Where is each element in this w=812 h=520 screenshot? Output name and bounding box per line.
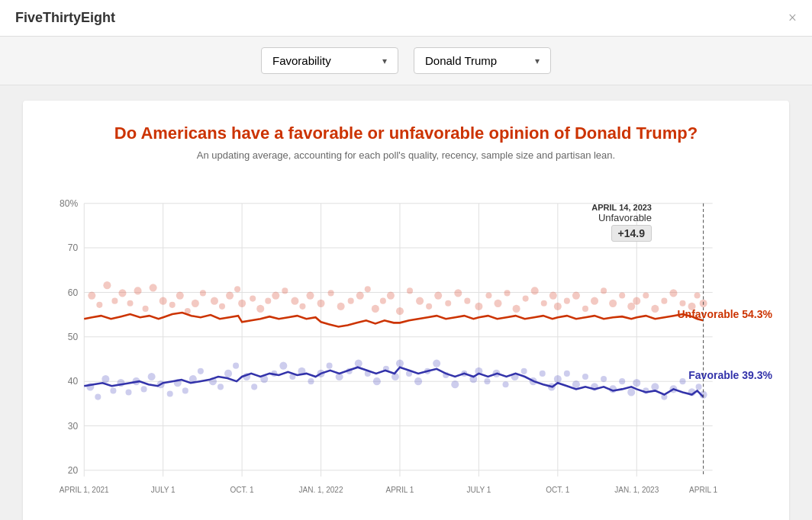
svg-point-47 <box>211 297 218 305</box>
svg-point-165 <box>619 378 625 384</box>
svg-point-54 <box>265 298 271 304</box>
svg-point-63 <box>348 298 354 304</box>
svg-point-49 <box>226 291 234 299</box>
svg-point-107 <box>110 387 116 393</box>
svg-point-65 <box>365 286 371 292</box>
svg-point-167 <box>633 379 640 387</box>
svg-point-111 <box>141 386 147 392</box>
svg-text:80%: 80% <box>60 198 78 209</box>
svg-point-106 <box>102 375 109 383</box>
svg-point-73 <box>434 291 442 299</box>
svg-point-45 <box>192 300 199 307</box>
svg-point-109 <box>125 389 131 395</box>
svg-point-88 <box>572 291 580 299</box>
svg-point-87 <box>564 298 570 304</box>
svg-text:20: 20 <box>68 465 79 476</box>
tooltip-value: +14.9 <box>611 225 652 242</box>
svg-text:APRIL 1: APRIL 1 <box>689 485 717 493</box>
svg-point-144 <box>433 359 440 367</box>
svg-point-97 <box>651 305 659 313</box>
svg-point-122 <box>233 363 239 369</box>
svg-point-89 <box>582 306 588 312</box>
person-dropdown[interactable]: Donald Trump ▾ <box>414 47 551 74</box>
svg-point-132 <box>327 363 333 369</box>
svg-point-93 <box>619 292 625 298</box>
svg-text:OCT. 1: OCT. 1 <box>230 485 255 493</box>
svg-text:60: 60 <box>68 287 79 297</box>
svg-point-39 <box>143 306 149 312</box>
svg-point-154 <box>521 368 527 374</box>
svg-point-66 <box>372 305 379 313</box>
svg-point-84 <box>541 300 547 307</box>
tooltip: APRIL 14, 2023 Unfavorable +14.9 <box>591 203 652 242</box>
svg-point-135 <box>355 359 362 367</box>
svg-point-91 <box>601 287 607 294</box>
svg-point-56 <box>282 287 288 294</box>
svg-point-37 <box>127 300 133 307</box>
svg-point-58 <box>299 303 305 310</box>
svg-point-142 <box>414 377 422 385</box>
svg-text:JULY 1: JULY 1 <box>466 485 491 493</box>
svg-point-64 <box>356 291 364 299</box>
svg-point-77 <box>475 303 482 310</box>
svg-point-62 <box>337 303 345 310</box>
svg-point-76 <box>464 298 470 304</box>
svg-text:70: 70 <box>68 242 79 253</box>
svg-point-124 <box>251 384 257 390</box>
svg-point-158 <box>554 375 562 383</box>
svg-point-130 <box>308 378 314 384</box>
svg-point-50 <box>234 286 240 292</box>
svg-point-78 <box>485 292 491 298</box>
svg-point-152 <box>503 381 509 387</box>
svg-point-161 <box>582 374 588 380</box>
person-option: Donald Trump <box>425 54 497 67</box>
svg-point-105 <box>95 394 101 400</box>
svg-point-80 <box>504 290 511 296</box>
svg-point-51 <box>238 300 246 307</box>
svg-point-79 <box>494 300 501 307</box>
svg-point-43 <box>176 291 184 299</box>
fav-label: Favorable 39.3% <box>688 369 772 381</box>
svg-point-95 <box>633 297 640 305</box>
svg-point-53 <box>256 305 264 313</box>
favorability-dropdown[interactable]: Favorability ▾ <box>261 47 398 74</box>
svg-text:40: 40 <box>68 376 79 387</box>
svg-point-163 <box>601 376 607 382</box>
svg-text:50: 50 <box>68 332 79 342</box>
svg-point-96 <box>643 292 649 298</box>
svg-point-146 <box>451 380 459 388</box>
svg-point-72 <box>426 303 432 310</box>
svg-point-166 <box>627 388 635 396</box>
svg-point-174 <box>696 384 702 390</box>
svg-text:30: 30 <box>68 420 79 431</box>
svg-point-121 <box>224 370 232 377</box>
unfav-label: Unfavorable 54.3% <box>678 308 773 320</box>
svg-point-83 <box>531 287 539 294</box>
svg-text:APRIL 1, 2021: APRIL 1, 2021 <box>60 485 109 493</box>
svg-point-48 <box>219 303 225 310</box>
svg-point-120 <box>218 384 224 390</box>
chart-area: APRIL 14, 2023 Unfavorable +14.9 Unfavor… <box>38 180 774 508</box>
tooltip-label: Unfavorable <box>591 212 652 223</box>
svg-point-156 <box>540 371 546 377</box>
close-button[interactable]: × <box>788 9 797 27</box>
favorability-option: Favorability <box>272 54 331 67</box>
svg-point-61 <box>328 290 334 296</box>
controls-bar: Favorability ▾ Donald Trump ▾ <box>0 37 812 85</box>
chevron-down-icon: ▾ <box>382 56 387 66</box>
svg-point-36 <box>118 289 126 297</box>
svg-point-46 <box>200 290 206 296</box>
site-logo: FiveThirtyEight <box>15 10 115 26</box>
svg-point-74 <box>445 300 451 307</box>
svg-point-90 <box>591 297 598 305</box>
svg-point-118 <box>198 368 204 374</box>
svg-point-41 <box>160 297 167 305</box>
svg-point-100 <box>679 300 685 307</box>
header: FiveThirtyEight × <box>0 0 812 37</box>
svg-point-159 <box>564 371 570 377</box>
svg-point-70 <box>407 287 413 294</box>
main-chart-svg: 80% 70 60 50 40 30 20 APRIL 1, 2021 JULY… <box>38 180 774 508</box>
chart-container: Do Americans have a favorable or unfavor… <box>23 101 789 520</box>
svg-point-57 <box>291 297 298 305</box>
svg-text:OCT. 1: OCT. 1 <box>546 485 570 493</box>
